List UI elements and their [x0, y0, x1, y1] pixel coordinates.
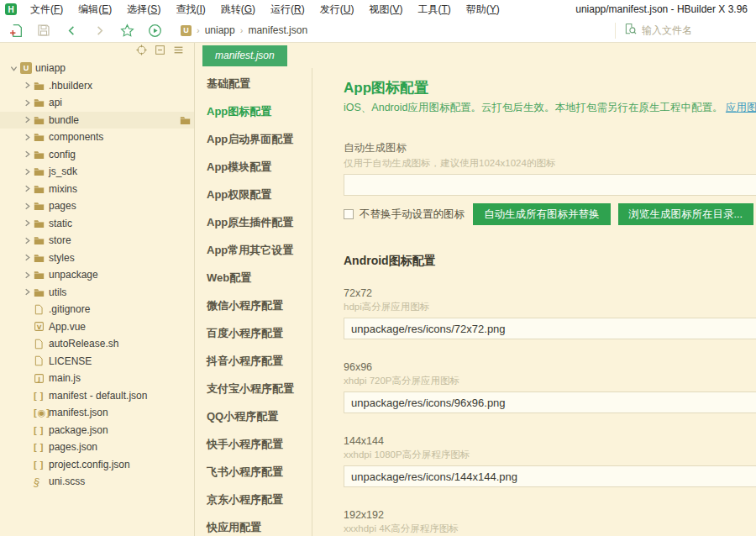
- menu-item-9[interactable]: 帮助(Y): [459, 1, 507, 18]
- tree-item-pages[interactable]: pages: [0, 197, 194, 215]
- sidebar-menu-icon[interactable]: [173, 44, 184, 59]
- tree-item-.gitignore[interactable]: .gitignore: [0, 301, 194, 318]
- nav-item-7[interactable]: Web配置: [195, 264, 312, 292]
- chevron-right-icon[interactable]: [20, 185, 34, 192]
- tree-item-autoRelease.sh[interactable]: autoRelease.sh: [0, 335, 194, 353]
- chevron-right-icon[interactable]: [20, 150, 34, 158]
- nav-item-12[interactable]: QQ小程序配置: [195, 402, 312, 430]
- tree-item-label: pages.json: [49, 441, 97, 453]
- icon-path-input-96x96[interactable]: [344, 391, 756, 413]
- chevron-right-icon[interactable]: [20, 288, 34, 296]
- tree-item-label: api: [49, 97, 62, 108]
- chevron-right-icon[interactable]: [20, 202, 34, 210]
- tree-item-uni.scss[interactable]: §uni.scss: [0, 473, 194, 491]
- tree-item-label: styles: [49, 252, 75, 264]
- nav-item-3[interactable]: App模块配置: [195, 153, 312, 181]
- hbuilderx-window: H 文件(F)编辑(E)选择(S)查找(I)跳转(G)运行(R)发行(U)视图(…: [0, 0, 756, 536]
- menu-item-6[interactable]: 发行(U): [312, 1, 362, 18]
- new-file-button[interactable]: [8, 23, 24, 38]
- browse-icons-dir-button[interactable]: 浏览生成图标所在目录...: [618, 203, 753, 225]
- tree-item-main.js[interactable]: Jmain.js: [0, 370, 194, 387]
- icon-size-label: 144x144: [344, 435, 756, 447]
- chevron-right-icon[interactable]: [20, 237, 34, 244]
- breadcrumb-item-project[interactable]: uniapp: [205, 24, 235, 36]
- collapse-all-icon[interactable]: [155, 44, 165, 59]
- menu-item-8[interactable]: 工具(T): [410, 1, 458, 18]
- file-icon: [34, 304, 49, 315]
- menu-item-0[interactable]: 文件(F): [23, 1, 71, 18]
- tree-item-utils[interactable]: utils: [0, 284, 194, 302]
- tree-item-LICENSE[interactable]: LICENSE: [0, 353, 194, 370]
- tree-item-store[interactable]: store: [0, 232, 194, 250]
- chevron-right-icon[interactable]: [20, 134, 34, 141]
- save-button[interactable]: [36, 23, 51, 38]
- chevron-right-icon[interactable]: [20, 168, 34, 176]
- file-tree: Uuniapp.hbuilderxapibundlecomponentsconf…: [0, 60, 194, 536]
- tree-item-mixins[interactable]: mixins: [0, 181, 194, 198]
- menu-item-4[interactable]: 跳转(G): [213, 1, 263, 18]
- run-button[interactable]: [147, 23, 162, 38]
- tree-item-static[interactable]: static: [0, 215, 194, 233]
- chevron-right-icon[interactable]: [20, 254, 34, 261]
- chevron-right-icon[interactable]: [20, 116, 34, 123]
- chevron-down-icon[interactable]: [7, 65, 20, 72]
- tree-item-config[interactable]: config: [0, 146, 194, 164]
- nav-item-9[interactable]: 百度小程序配置: [195, 319, 312, 347]
- generate-all-icons-button[interactable]: 自动生成所有图标并替换: [473, 203, 611, 225]
- search-input[interactable]: [642, 24, 751, 36]
- menu-item-7[interactable]: 视图(V): [361, 1, 410, 18]
- file-icon: [ ]: [34, 391, 49, 401]
- nav-item-6[interactable]: App常用其它设置: [195, 236, 312, 264]
- icon-size-hint: xhdpi 720P高分屏应用图标: [344, 375, 756, 387]
- tree-item-manifest---default.json[interactable]: [ ]manifest - default.json: [0, 387, 194, 405]
- search-box[interactable]: [615, 23, 751, 39]
- locate-file-icon[interactable]: [136, 44, 147, 59]
- icon-size-label: 192x192: [344, 509, 756, 521]
- nav-item-16[interactable]: 快应用配置: [195, 513, 312, 536]
- nav-item-14[interactable]: 飞书小程序配置: [195, 458, 312, 486]
- breadcrumb-item-file[interactable]: manifest.json: [248, 24, 307, 36]
- tree-item-uniapp[interactable]: Uuniapp: [0, 60, 194, 77]
- nav-item-11[interactable]: 支付宝小程序配置: [195, 375, 312, 402]
- tree-item-package.json[interactable]: [ ]package.json: [0, 422, 194, 439]
- auto-icon-input[interactable]: [344, 174, 756, 196]
- nav-item-0[interactable]: 基础配置: [195, 70, 312, 97]
- tree-item-js-sdk[interactable]: js_sdk: [0, 163, 194, 181]
- nav-item-10[interactable]: 抖音小程序配置: [195, 347, 312, 375]
- forward-button[interactable]: [92, 23, 107, 38]
- tree-item-project.config.json[interactable]: [ ]project.config.json: [0, 456, 194, 474]
- tab-manifest-json[interactable]: manifest.json: [202, 45, 287, 66]
- nav-item-4[interactable]: App权限配置: [195, 181, 312, 208]
- nav-item-5[interactable]: App原生插件配置: [195, 208, 312, 236]
- bookmark-button[interactable]: [119, 23, 134, 38]
- icon-config-notes-link[interactable]: 应用图标配置注意事: [726, 102, 756, 113]
- menu-item-5[interactable]: 运行(R): [263, 1, 312, 18]
- menu-item-3[interactable]: 查找(I): [168, 1, 213, 18]
- back-button[interactable]: [64, 23, 79, 38]
- nav-item-8[interactable]: 微信小程序配置: [195, 292, 312, 319]
- chevron-right-icon[interactable]: [20, 99, 34, 107]
- tree-header: [0, 43, 194, 60]
- tree-item-bundle[interactable]: bundle: [0, 112, 194, 129]
- chevron-right-icon[interactable]: [20, 219, 34, 227]
- chevron-right-icon[interactable]: [20, 81, 34, 89]
- tree-item-pages.json[interactable]: [ ]pages.json: [0, 439, 194, 456]
- project-icon: U: [20, 62, 35, 74]
- tree-item-.hbuilderx[interactable]: .hbuilderx: [0, 77, 194, 95]
- tree-item-styles[interactable]: styles: [0, 250, 194, 267]
- nav-item-1[interactable]: App图标配置: [195, 97, 312, 125]
- icon-path-input-72x72[interactable]: [344, 318, 756, 339]
- tree-item-App.vue[interactable]: VApp.vue: [0, 318, 194, 336]
- menu-item-1[interactable]: 编辑(E): [71, 1, 119, 18]
- tree-item-components[interactable]: components: [0, 129, 194, 146]
- nav-item-2[interactable]: App启动界面配置: [195, 125, 312, 153]
- icon-path-input-144x144[interactable]: [344, 465, 756, 487]
- chevron-right-icon[interactable]: [20, 271, 34, 279]
- tree-item-api[interactable]: api: [0, 94, 194, 112]
- tree-item-unpackage[interactable]: unpackage: [0, 266, 194, 284]
- tree-item-manifest.json[interactable]: [◉]manifest.json: [0, 404, 194, 422]
- keep-manual-icons-checkbox[interactable]: [344, 209, 354, 219]
- menu-item-2[interactable]: 选择(S): [119, 1, 168, 18]
- nav-item-13[interactable]: 快手小程序配置: [195, 430, 312, 458]
- nav-item-15[interactable]: 京东小程序配置: [195, 486, 312, 513]
